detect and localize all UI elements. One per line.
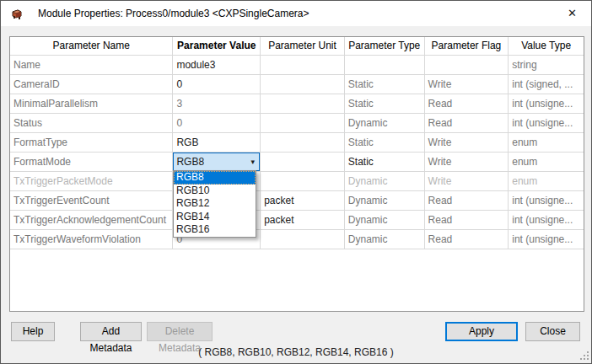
column-header[interactable]: Parameter Type xyxy=(345,37,425,56)
title-bar[interactable]: Module Properties: Process0/module3 <CXP… xyxy=(1,1,591,26)
table-cell: Read xyxy=(425,211,509,230)
dropdown-item[interactable]: RGB8 xyxy=(174,171,256,185)
table-cell xyxy=(425,56,509,75)
dropdown-list: RGB8RGB10RGB12RGB14RGB16 xyxy=(173,170,256,238)
dropdown-item[interactable]: RGB16 xyxy=(174,223,256,237)
table-cell: Read xyxy=(425,191,509,211)
table-cell: Write xyxy=(425,153,509,172)
table-cell xyxy=(261,172,345,191)
table-row[interactable]: FormatModeRGB8▾StaticWriteenum xyxy=(10,153,584,172)
combobox-value: RGB8 xyxy=(176,153,204,171)
chevron-down-icon: ▾ xyxy=(251,153,256,170)
table-body: Namemodule3stringCameraID0StaticWriteint… xyxy=(10,56,584,249)
table-cell: TxTriggerEventCount xyxy=(10,191,173,211)
param-table: Parameter NameParameter ValueParameter U… xyxy=(9,36,584,312)
table-cell: Static xyxy=(345,75,425,94)
table-row[interactable]: TxTriggerAcknowledgementCountpacketDynam… xyxy=(10,211,584,230)
table-cell: MinimalParallelism xyxy=(10,94,173,114)
table-cell: FormatMode xyxy=(10,153,173,172)
table-cell: TxTriggerWaveformViolation xyxy=(10,230,173,249)
table-cell: RGB8▾ xyxy=(173,153,261,172)
status-text: ( RGB8, RGB10, RGB12, RGB14, RGB16 ) xyxy=(198,346,393,358)
table-cell: string xyxy=(509,56,584,75)
table-cell: int (unsigne... xyxy=(509,211,584,230)
table-cell: packet xyxy=(261,191,345,211)
table-row[interactable]: TxTriggerWaveformViolation0DynamicReadin… xyxy=(10,230,584,249)
table-cell: packet xyxy=(261,211,345,230)
table-cell: int (unsigne... xyxy=(509,191,584,211)
table-row[interactable]: Status0DynamicReadint (unsigne... xyxy=(10,114,584,133)
table-cell xyxy=(345,56,425,75)
module-icon xyxy=(10,7,24,20)
dropdown-item[interactable]: RGB14 xyxy=(174,211,256,224)
table-cell: enum xyxy=(509,133,584,153)
table-cell: Dynamic xyxy=(345,191,425,211)
table-header-row: Parameter NameParameter ValueParameter U… xyxy=(10,37,584,56)
table-row[interactable]: Namemodule3string xyxy=(10,56,584,75)
add-metadata-button[interactable]: Add Metadata xyxy=(80,322,142,341)
column-header[interactable]: Parameter Name xyxy=(10,37,173,56)
table-row[interactable]: TxTriggerEventCountpacketDynamicReadint … xyxy=(10,191,584,211)
table-cell: TxTriggerPacketMode xyxy=(10,172,173,191)
table-cell xyxy=(261,133,345,153)
module-properties-dialog: Module Properties: Process0/module3 <CXP… xyxy=(0,0,592,364)
table-cell: 0 xyxy=(173,114,261,133)
table-cell: Write xyxy=(425,133,509,153)
table-cell: Read xyxy=(425,230,509,249)
table-cell: FormatType xyxy=(10,133,173,153)
dropdown-item[interactable]: RGB10 xyxy=(174,185,256,198)
table-cell: Status xyxy=(10,114,173,133)
apply-button[interactable]: Apply xyxy=(445,322,518,341)
table-cell: Read xyxy=(425,94,509,114)
table-cell: int (signed, ... xyxy=(509,75,584,94)
delete-metadata-button[interactable]: Delete Metadata xyxy=(147,322,213,341)
table-cell: Dynamic xyxy=(345,211,425,230)
table-cell: 0 xyxy=(173,75,261,94)
table-row[interactable]: TxTriggerPacketModeDynamicWriteenum xyxy=(10,172,584,191)
help-button[interactable]: Help xyxy=(11,322,55,341)
table-cell: 3 xyxy=(173,94,261,114)
close-button[interactable]: Close xyxy=(525,322,580,341)
table-cell xyxy=(261,56,345,75)
column-header[interactable]: Parameter Unit xyxy=(261,37,345,56)
table-row[interactable]: FormatTypeRGBStaticWriteenum xyxy=(10,133,584,153)
table-cell xyxy=(261,114,345,133)
formatmode-combobox[interactable]: RGB8▾ xyxy=(173,153,260,171)
table-cell: Write xyxy=(425,172,509,191)
table-cell: RGB xyxy=(173,133,261,153)
table-cell: enum xyxy=(509,172,584,191)
column-header[interactable]: Parameter Value xyxy=(173,37,261,56)
table-cell: int (unsigne... xyxy=(509,230,584,249)
table-row[interactable]: CameraID0StaticWriteint (signed, ... xyxy=(10,75,584,94)
column-header[interactable]: Value Type xyxy=(509,37,584,56)
table-cell xyxy=(261,153,345,172)
window-title: Module Properties: Process0/module3 <CXP… xyxy=(38,8,309,19)
resize-grip-icon[interactable] xyxy=(580,351,589,360)
table-cell: int (unsigne... xyxy=(509,94,584,114)
table-cell xyxy=(261,75,345,94)
close-icon[interactable]: ✕ xyxy=(553,1,591,25)
table-cell: module3 xyxy=(173,56,261,75)
table-cell xyxy=(261,230,345,249)
table-row[interactable]: MinimalParallelism3StaticReadint (unsign… xyxy=(10,94,584,114)
table-cell: Read xyxy=(425,114,509,133)
table-cell: Name xyxy=(10,56,173,75)
table-cell: enum xyxy=(509,153,584,172)
table-cell: int (unsigne... xyxy=(509,114,584,133)
status-bar: ( RGB8, RGB10, RGB12, RGB14, RGB16 ) xyxy=(1,344,591,364)
table-cell: TxTriggerAcknowledgementCount xyxy=(10,211,173,230)
table-cell xyxy=(261,94,345,114)
table-cell: Write xyxy=(425,75,509,94)
dropdown-item[interactable]: RGB12 xyxy=(174,197,256,211)
column-header[interactable]: Parameter Flag xyxy=(425,37,509,56)
table-cell: Static xyxy=(345,94,425,114)
table-cell: Dynamic xyxy=(345,172,425,191)
table-cell: Dynamic xyxy=(345,230,425,249)
table-cell: CameraID xyxy=(10,75,173,94)
table-cell: Static xyxy=(345,153,425,172)
table-cell: Static xyxy=(345,133,425,153)
table-cell: Dynamic xyxy=(345,114,425,133)
